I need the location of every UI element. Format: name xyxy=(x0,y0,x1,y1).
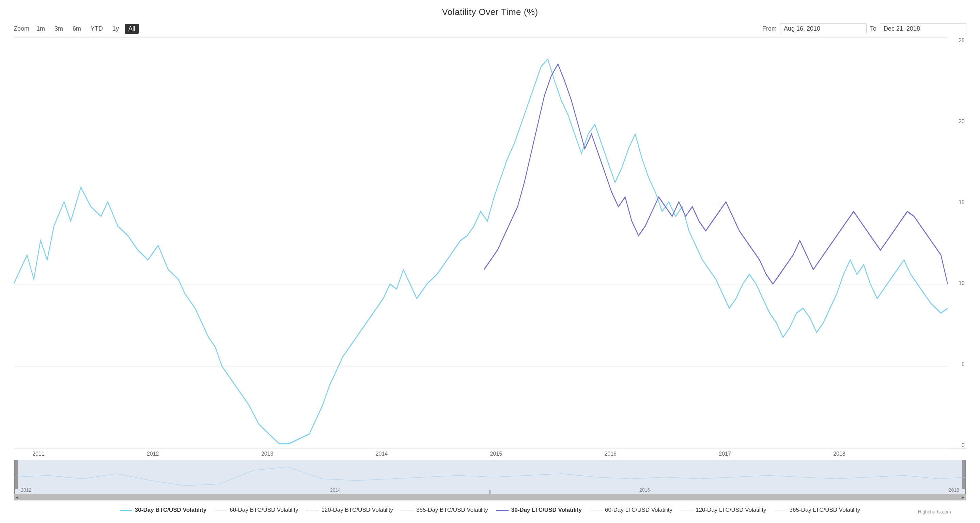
legend-line-ltc365 xyxy=(775,510,787,510)
legend-item-ltc120[interactable]: 120-Day LTC/USD Volatility xyxy=(681,507,767,513)
legend-line-btc60 xyxy=(215,510,227,510)
zoom-all-button[interactable]: All xyxy=(125,24,139,34)
legend-item-ltc60[interactable]: 60-Day LTC/USD Volatility xyxy=(590,507,672,513)
chart-svg xyxy=(14,37,948,449)
x-label-2012: 2012 xyxy=(147,451,159,457)
legend-label-btc120: 120-Day BTC/USD Volatility xyxy=(321,507,393,513)
zoom-label: Zoom xyxy=(14,25,29,32)
date-range: From To xyxy=(762,24,966,34)
chart-plot: 25 20 15 10 5 0 xyxy=(14,37,966,449)
legend-line-ltc30 xyxy=(496,510,509,511)
legend-item-btc120[interactable]: 120-Day BTC/USD Volatility xyxy=(306,507,393,513)
zoom-3m-button[interactable]: 3m xyxy=(51,24,67,34)
legend-line-btc120 xyxy=(306,510,318,510)
zoom-1y-button[interactable]: 1y xyxy=(109,24,123,34)
legend-line-btc365 xyxy=(401,510,414,510)
zoom-1m-button[interactable]: 1m xyxy=(33,24,49,34)
y-axis-labels: 25 20 15 10 5 0 xyxy=(948,37,966,449)
y-label-15: 15 xyxy=(948,200,966,206)
legend-label-ltc30: 30-Day LTC/USD Volatility xyxy=(511,507,582,513)
legend: 30-Day BTC/USD Volatility 60-Day BTC/USD… xyxy=(14,501,966,516)
x-label-2014: 2014 xyxy=(376,451,388,457)
legend-line-btc30 xyxy=(120,510,132,511)
to-date-input[interactable] xyxy=(880,24,966,34)
navigator-bottom-handle[interactable]: ||| xyxy=(489,489,491,494)
legend-item-ltc30[interactable]: 30-Day LTC/USD Volatility xyxy=(496,507,582,513)
legend-label-ltc365: 365-Day LTC/USD Volatility xyxy=(789,507,861,513)
legend-item-btc365[interactable]: 365-Day BTC/USD Volatility xyxy=(401,507,488,513)
y-label-20: 20 xyxy=(948,119,966,125)
scroll-track[interactable] xyxy=(20,494,960,500)
zoom-ytd-button[interactable]: YTD xyxy=(87,24,107,34)
x-label-2016: 2016 xyxy=(604,451,617,457)
toolbar: Zoom 1m 3m 6m YTD 1y All From To xyxy=(14,24,966,34)
scroll-left-arrow[interactable]: ◀ xyxy=(14,494,20,500)
from-date-input[interactable] xyxy=(780,24,867,34)
x-label-2018: 2018 xyxy=(833,451,845,457)
legend-line-ltc120 xyxy=(681,510,693,510)
scroll-right-arrow[interactable]: ▶ xyxy=(960,494,966,500)
scroll-thumb[interactable] xyxy=(20,494,960,500)
to-label: To xyxy=(870,25,877,32)
x-label-2013: 2013 xyxy=(261,451,274,457)
zoom-6m-button[interactable]: 6m xyxy=(69,24,85,34)
x-label-2011: 2011 xyxy=(32,451,45,457)
y-label-25: 25 xyxy=(948,37,966,44)
legend-label-btc60: 60-Day BTC/USD Volatility xyxy=(229,507,298,513)
from-label: From xyxy=(762,25,776,32)
legend-line-ltc60 xyxy=(590,510,602,510)
x-label-2017: 2017 xyxy=(719,451,731,457)
x-label-2015: 2015 xyxy=(490,451,503,457)
legend-item-btc60[interactable]: 60-Day BTC/USD Volatility xyxy=(215,507,298,513)
legend-label-ltc120: 120-Day LTC/USD Volatility xyxy=(695,507,767,513)
y-label-10: 10 xyxy=(948,281,966,287)
y-label-5: 5 xyxy=(948,361,966,368)
legend-label-btc365: 365-Day BTC/USD Volatility xyxy=(416,507,488,513)
chart-container: Volatility Over Time (%) Zoom 1m 3m 6m Y… xyxy=(0,0,980,523)
main-chart-area: 25 20 15 10 5 0 2011 2012 2013 2014 2015… xyxy=(14,37,966,516)
y-label-0: 0 xyxy=(948,442,966,449)
legend-item-btc30[interactable]: 30-Day BTC/USD Volatility xyxy=(120,507,207,513)
navigator-area[interactable]: ||| ||| 2012 2014 2016 2018 ||| xyxy=(14,460,966,501)
highcharts-credit: Highcharts.com xyxy=(918,509,951,515)
zoom-controls: Zoom 1m 3m 6m YTD 1y All xyxy=(14,24,139,34)
legend-label-ltc60: 60-Day LTC/USD Volatility xyxy=(605,507,672,513)
chart-title: Volatility Over Time (%) xyxy=(14,7,966,17)
legend-item-ltc365[interactable]: 365-Day LTC/USD Volatility xyxy=(775,507,861,513)
navigator-scrollbar[interactable]: ◀ ▶ xyxy=(14,494,966,500)
legend-label-btc30: 30-Day BTC/USD Volatility xyxy=(135,507,207,513)
x-axis-labels: 2011 2012 2013 2014 2015 2016 2017 2018 xyxy=(14,449,966,457)
